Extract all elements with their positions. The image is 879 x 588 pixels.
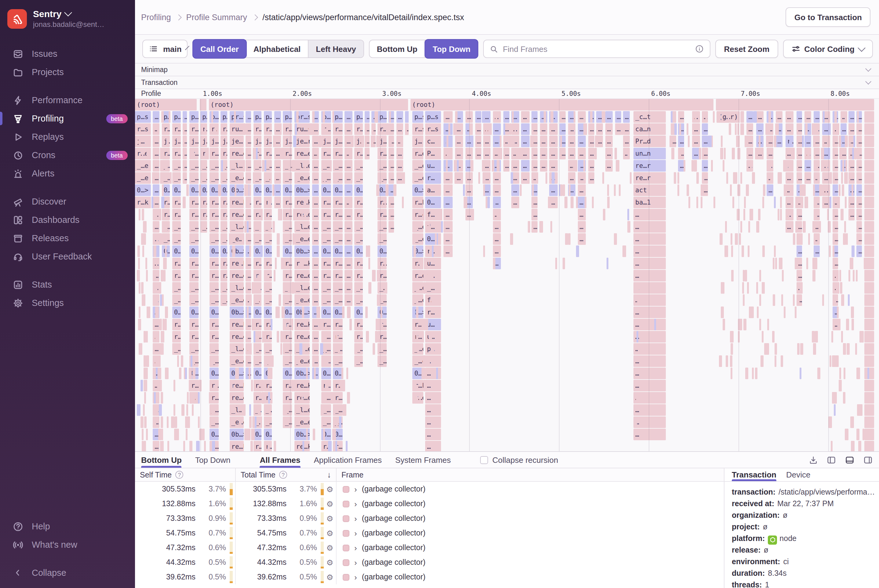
flame-cell[interactable] — [155, 306, 157, 318]
flame-cell[interactable]: … — [796, 209, 802, 220]
flame-root-frame[interactable]: (root) — [135, 99, 197, 111]
layout-left-panel-icon[interactable] — [826, 455, 836, 464]
table-row[interactable]: 54.75ms0.7%54.75ms0.7%⚙›(garbage collect… — [135, 526, 724, 540]
flame-cell[interactable] — [424, 258, 426, 269]
flame-cell[interactable] — [799, 184, 801, 196]
flame-cell[interactable]: … — [857, 160, 862, 172]
flame-cell[interactable] — [205, 123, 207, 135]
flame-cell[interactable]: r…e — [189, 331, 198, 342]
flame-cell[interactable] — [189, 441, 192, 451]
flame-cell[interactable] — [812, 258, 814, 269]
flame-cell[interactable]: … — [702, 135, 708, 147]
flame-cell[interactable] — [167, 441, 169, 451]
flame-cell[interactable]: … — [444, 160, 453, 172]
flame-cell[interactable] — [482, 160, 484, 172]
flame-cell[interactable] — [423, 356, 426, 367]
flame-cell[interactable] — [339, 416, 341, 428]
flame-cell[interactable] — [591, 111, 592, 123]
self-time-header[interactable]: Self Time? — [135, 468, 236, 481]
flame-cell[interactable]: r… — [333, 209, 343, 220]
flame-cell[interactable]: … — [833, 184, 838, 196]
flame-cell[interactable] — [848, 294, 850, 306]
flame-cell[interactable]: 0… — [172, 184, 180, 196]
flamegraph[interactable]: (root)(root)(root)p…sr…sj…r…e_…e_…e0…>r…… — [135, 98, 879, 451]
flame-cell[interactable] — [836, 123, 839, 135]
flame-cell[interactable] — [532, 184, 534, 196]
flame-cell[interactable] — [702, 184, 704, 196]
frame-cell[interactable]: ›(garbage collector) — [337, 570, 724, 584]
flame-cell[interactable]: … — [183, 160, 187, 172]
flame-cell[interactable] — [508, 135, 511, 147]
flame-cell[interactable]: … — [345, 221, 352, 232]
flame-cell[interactable]: … — [804, 172, 811, 184]
flame-cell[interactable] — [759, 319, 761, 330]
flame-cell[interactable] — [144, 392, 146, 404]
flame-cell[interactable] — [627, 148, 629, 159]
flame-cell[interactable]: … — [577, 148, 586, 159]
flame-cell[interactable] — [142, 246, 144, 257]
flame-cell[interactable]: … — [521, 172, 529, 184]
flame-cell[interactable] — [831, 331, 833, 342]
flame-cell[interactable]: … — [833, 172, 838, 184]
flame-cell[interactable]: … — [633, 221, 666, 232]
flame-cell[interactable] — [385, 258, 386, 269]
flame-cell[interactable] — [416, 294, 418, 306]
flame-cell[interactable]: _… — [221, 233, 227, 245]
flame-cell[interactable] — [342, 380, 345, 392]
flame-cell[interactable] — [867, 148, 869, 159]
flame-cell[interactable] — [636, 331, 638, 342]
flame-cell[interactable] — [192, 148, 194, 159]
flame-cell[interactable]: … — [444, 111, 453, 123]
flame-cell[interactable] — [624, 246, 626, 257]
flame-cell[interactable]: … — [540, 160, 547, 172]
flame-cell[interactable] — [313, 429, 315, 440]
flame-cell[interactable] — [535, 172, 538, 184]
flame-cell[interactable] — [843, 343, 846, 355]
flame-cell[interactable]: … — [560, 111, 566, 123]
flame-cell[interactable]: 0… — [333, 246, 343, 257]
flame-cell[interactable] — [280, 331, 283, 342]
flame-cell[interactable]: r… — [355, 270, 363, 282]
flame-cell[interactable] — [841, 294, 844, 306]
flame-cell[interactable]: ca…n — [633, 123, 666, 135]
flame-cell[interactable] — [562, 184, 565, 196]
flame-cell[interactable] — [864, 392, 874, 404]
flame-cell[interactable]: _…e — [189, 172, 198, 184]
flame-cell[interactable] — [732, 196, 734, 208]
flame-cell[interactable] — [259, 270, 261, 282]
flame-cell[interactable]: … — [153, 160, 159, 172]
flame-cell[interactable] — [643, 294, 645, 306]
flame-cell[interactable]: 0… — [200, 184, 207, 196]
flame-cell[interactable]: _…e — [209, 172, 219, 184]
flame-cell[interactable] — [198, 416, 200, 428]
flame-cell[interactable]: … — [345, 184, 352, 196]
flame-cell[interactable] — [347, 306, 351, 318]
flame-cell[interactable] — [324, 343, 326, 355]
flame-cell[interactable] — [530, 135, 532, 147]
flame-cell[interactable]: … — [389, 209, 394, 220]
flame-cell[interactable]: r… — [221, 123, 227, 135]
flame-cell[interactable]: r… — [162, 123, 170, 135]
flame-cell[interactable] — [324, 172, 326, 184]
flame-cell[interactable]: r… — [253, 209, 261, 220]
flame-cell[interactable] — [209, 392, 211, 404]
flame-cell[interactable]: … — [822, 135, 830, 147]
flame-cell[interactable] — [862, 429, 864, 440]
flame-cell[interactable] — [192, 392, 195, 404]
flame-cell[interactable] — [840, 270, 841, 282]
flame-cell[interactable]: … — [246, 282, 251, 294]
flame-cell[interactable]: 0…> — [209, 184, 219, 196]
flame-cell[interactable] — [192, 356, 194, 367]
flame-cell[interactable]: _… — [283, 233, 292, 245]
flame-cell[interactable]: … — [365, 111, 370, 123]
flame-cell[interactable] — [153, 246, 156, 257]
flame-cell[interactable] — [699, 148, 702, 159]
flame-cell[interactable] — [760, 356, 763, 367]
flame-cell[interactable]: _l…e — [229, 343, 244, 355]
flame-cell[interactable] — [831, 441, 832, 451]
flame-cell[interactable] — [437, 294, 440, 306]
flame-cell[interactable] — [335, 172, 338, 184]
flame-cell[interactable] — [778, 209, 780, 220]
frame-cell[interactable]: ›(garbage collector) — [337, 526, 724, 540]
flame-cell[interactable]: r…k — [189, 319, 198, 330]
